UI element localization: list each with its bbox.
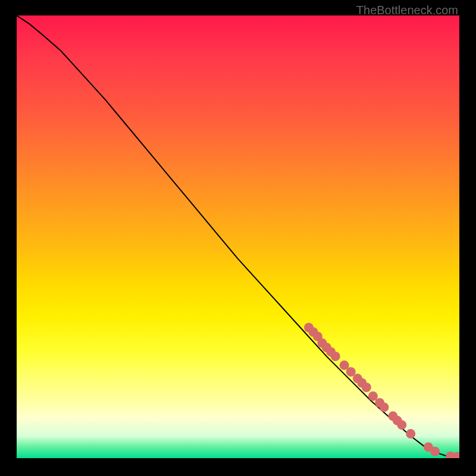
data-markers xyxy=(304,323,459,459)
data-point xyxy=(380,402,389,412)
curve-line xyxy=(17,15,459,458)
watermark-text: TheBottleneck.com xyxy=(356,4,458,17)
data-point xyxy=(406,429,415,439)
data-point xyxy=(397,420,406,430)
chart-overlay xyxy=(17,15,459,458)
data-point xyxy=(430,447,440,456)
data-point xyxy=(331,352,340,361)
data-point xyxy=(362,383,371,392)
chart-container: TheBottleneck.com xyxy=(0,0,476,476)
